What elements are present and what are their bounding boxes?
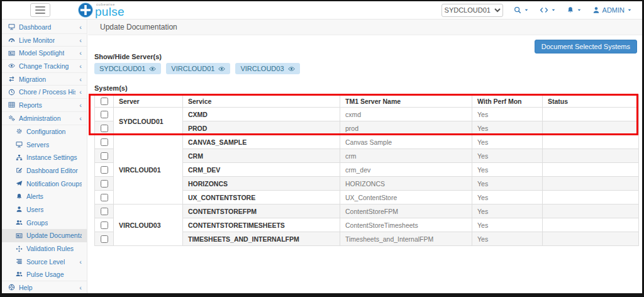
tm1-name-cell: ContentStoreFPM: [340, 205, 472, 218]
service-cell: CRM: [183, 149, 340, 163]
row-checkbox[interactable]: [101, 152, 108, 160]
tm1-name-cell: UX_ContentStore: [340, 191, 472, 205]
server-tag-row: SYDCLOUD01 VIRCLOUD01 VIRCLOUD03: [94, 63, 300, 74]
status-cell: [543, 163, 639, 177]
sidebar-toggle-button[interactable]: [30, 3, 50, 17]
page-title: Update Documentation: [88, 20, 642, 35]
row-checkbox[interactable]: [101, 166, 108, 174]
code-icon: [540, 6, 548, 14]
eye-icon[interactable]: [218, 65, 225, 72]
row-checkbox[interactable]: [101, 221, 108, 229]
perf-mon-cell: Yes: [472, 177, 543, 191]
perf-mon-cell: Yes: [472, 218, 543, 232]
tm1-name-cell: Canvas Sample: [340, 135, 472, 149]
list-icon: [16, 258, 23, 265]
tm1-name-cell: prod: [340, 121, 472, 135]
chevron-left-icon: ‹: [79, 258, 82, 266]
sidebar-item-label: Administration: [19, 115, 61, 122]
status-cell: [543, 108, 639, 121]
gears-icon: [8, 115, 15, 121]
perf-mon-cell: Yes: [472, 135, 543, 149]
sidebar-item-alerts[interactable]: Alerts: [2, 190, 87, 203]
row-checkbox[interactable]: [101, 235, 108, 243]
service-cell: CRM_DEV: [183, 163, 340, 177]
sidebar-item-update-documentation[interactable]: Update Documentation: [2, 229, 87, 242]
perf-mon-cell: Yes: [472, 121, 543, 135]
sidebar-item-help[interactable]: Help‹: [2, 281, 87, 293]
eye-icon[interactable]: [288, 65, 295, 72]
row-checkbox[interactable]: [101, 111, 108, 118]
perf-mon-cell: Yes: [472, 191, 543, 205]
sidebar-item-groups[interactable]: Groups: [2, 216, 87, 229]
row-checkbox[interactable]: [101, 180, 108, 188]
perf-mon-cell: Yes: [472, 108, 543, 121]
server-tag-sydcloud01[interactable]: SYDCLOUD01: [94, 63, 161, 74]
sidebar-item-label: Chore / Process History: [19, 88, 75, 96]
select-all-checkbox[interactable]: [101, 98, 108, 105]
brand-name: pulse: [95, 6, 125, 18]
row-checkbox[interactable]: [101, 194, 108, 201]
app-window: cubewise pulse SYDCLOUD01 ADMIN: [0, 0, 644, 297]
sidebar-item-label: Help: [19, 284, 33, 291]
server-group-cell: VIRCLOUD03: [114, 205, 183, 246]
row-checkbox[interactable]: [101, 138, 108, 146]
sidebar-item-validation-rules[interactable]: Validation Rules: [2, 242, 87, 255]
perf-mon-cell: Yes: [472, 232, 543, 246]
sidebar-item-users[interactable]: Users: [2, 203, 87, 216]
column-header-server: Server: [114, 95, 183, 108]
caret-down-icon: [577, 8, 582, 13]
pulse-logo[interactable]: cubewise pulse: [78, 3, 125, 18]
sitemap-icon: [16, 154, 23, 161]
search-menu[interactable]: [514, 6, 529, 14]
caret-down-icon: [524, 8, 529, 13]
sidebar-item-label: Instance Settings: [26, 154, 77, 161]
row-checkbox[interactable]: [101, 125, 108, 132]
sidebar-item-servers[interactable]: Servers: [2, 138, 87, 151]
eye-icon[interactable]: [149, 65, 156, 72]
row-checkbox[interactable]: [101, 208, 108, 215]
pulse-logo-icon: [78, 3, 93, 18]
admin-menu-label: ADMIN: [602, 6, 625, 14]
sidebar-item-dashboard-editor[interactable]: Dashboard Editor: [2, 164, 87, 177]
sidebar-item-administration[interactable]: Administration‹: [2, 112, 87, 125]
sidebar-item-configuration[interactable]: Configuration: [2, 125, 87, 138]
document-selected-systems-button[interactable]: Document Selected Systems: [535, 40, 637, 53]
sidebar-item-dashboard[interactable]: Dashboard‹: [2, 21, 87, 34]
sidebar-item-pulse-usage[interactable]: Pulse Usage: [2, 268, 87, 281]
tm1-name-cell: crm: [340, 149, 472, 163]
server-tag-label: SYDCLOUD01: [99, 65, 145, 72]
monitor-icon: [8, 23, 15, 30]
service-cell: CANVAS_SAMPLE: [183, 135, 340, 149]
sidebar-item-migration[interactable]: Migration‹: [2, 73, 87, 86]
search-icon: [514, 6, 521, 14]
server-tag-vircloud01[interactable]: VIRCLOUD01: [166, 63, 230, 74]
service-cell: HORIZONCS: [183, 177, 340, 191]
status-cell: [543, 135, 639, 149]
server-select[interactable]: SYDCLOUD01: [441, 4, 503, 17]
sidebar-item-source-level[interactable]: Source Level‹: [2, 255, 87, 268]
column-header-status: Status: [543, 95, 639, 108]
status-cell: [543, 149, 639, 163]
column-header-service: Service: [183, 95, 340, 108]
sidebar-item-chore-process-history[interactable]: Chore / Process History‹: [2, 86, 87, 99]
users-icon: [16, 219, 23, 226]
table-icon: [8, 101, 15, 108]
perf-mon-cell: Yes: [472, 163, 543, 177]
server-tag-vircloud03[interactable]: VIRCLOUD03: [235, 63, 299, 74]
sidebar-item-model-spotlight[interactable]: Model Spotlight‹: [2, 47, 87, 60]
sidebar-item-change-tracking[interactable]: Change Tracking‹: [2, 60, 87, 73]
sidebar-item-reports[interactable]: Reports‹: [2, 99, 87, 112]
newspaper-icon: [8, 50, 15, 57]
code-menu[interactable]: [540, 6, 556, 14]
sidebar-item-instance-settings[interactable]: Instance Settings: [2, 151, 87, 164]
table-row: VIRCLOUD01 CANVAS_SAMPLE Canvas Sample Y…: [95, 135, 639, 149]
sidebar-item-notification-groups[interactable]: Notification Groups: [2, 177, 87, 190]
sidebar-item-live-monitor[interactable]: Live Monitor‹: [2, 34, 87, 47]
alerts-menu[interactable]: [567, 6, 582, 14]
sidebar-item-label: Change Tracking: [19, 62, 69, 70]
bell-icon: [567, 6, 574, 14]
chevron-left-icon: ‹: [79, 88, 82, 96]
admin-menu[interactable]: ADMIN: [592, 6, 632, 14]
chevron-left-icon: ‹: [79, 49, 82, 57]
paper-plane-icon: [16, 180, 23, 187]
